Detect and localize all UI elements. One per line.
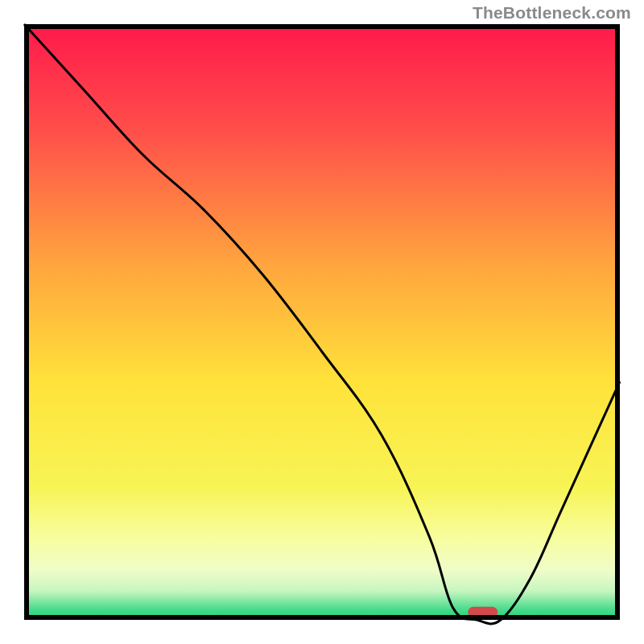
bottleneck-chart — [0, 0, 644, 644]
gradient-background — [27, 27, 617, 617]
